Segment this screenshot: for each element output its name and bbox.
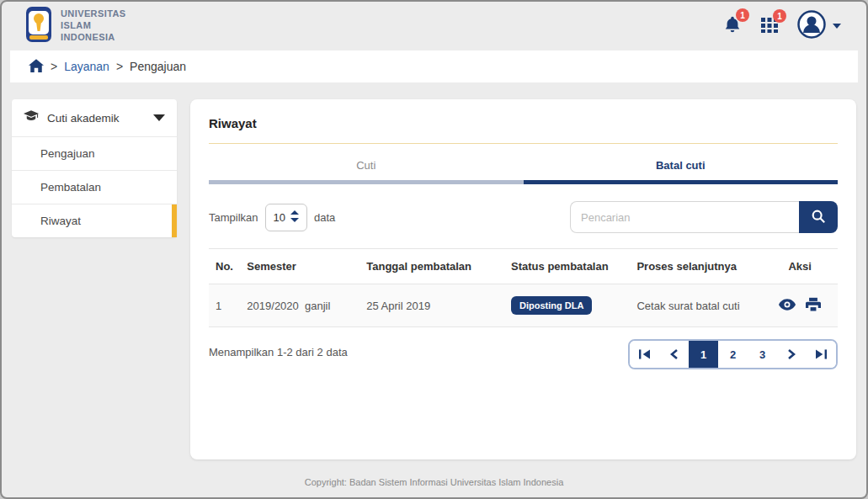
status-badge: Diposting DLA (511, 296, 592, 315)
table-controls: Tampilkan 10 data (209, 201, 838, 233)
cell-no: 1 (209, 284, 240, 327)
pager-next-button[interactable] (777, 341, 807, 368)
page-size-control: Tampilkan 10 data (209, 204, 335, 231)
cell-proses: Cetak surat batal cuti (630, 284, 762, 327)
col-header-proses: Proses selanjutnya (630, 249, 762, 284)
double-caret-icon (290, 210, 299, 225)
breadcrumb-link-layanan[interactable]: Layanan (64, 60, 109, 73)
brand-name: UNIVERSITAS ISLAM INDONESIA (61, 8, 126, 43)
sidebar-item-label: Pengajuan (40, 147, 95, 160)
pagination-row: Menampilkan 1-2 dari 2 data 1 2 3 (209, 339, 838, 369)
chevron-down-icon (833, 24, 841, 29)
sidebar-item-riwayat[interactable]: Riwayat (12, 204, 177, 237)
tab-batal-cuti[interactable]: Batal cuti (524, 147, 839, 184)
search-input[interactable] (570, 201, 799, 233)
title-divider (209, 143, 838, 144)
col-header-no: No. (209, 249, 240, 284)
apps-badge: 1 (773, 9, 786, 23)
uii-emblem-icon (25, 6, 52, 46)
pager-page-1[interactable]: 1 (689, 341, 718, 368)
page-size-value: 10 (274, 211, 285, 224)
header-actions: 1 1 (723, 10, 841, 42)
sidebar: Cuti akademik Pengajuan Pembatalan Riway… (12, 99, 177, 237)
table-header-row: No. Semester Tanggal pembatalan Status p… (209, 249, 838, 284)
sidebar-item-pengajuan[interactable]: Pengajuan (12, 136, 177, 170)
pager-page-2[interactable]: 2 (718, 341, 748, 368)
tab-cuti[interactable]: Cuti (209, 147, 524, 184)
show-prefix-label: Tampilkan (209, 211, 258, 224)
content-area: Cuti akademik Pengajuan Pembatalan Riway… (2, 82, 866, 459)
pagination: 1 2 3 (628, 339, 838, 369)
bell-badge: 1 (736, 8, 749, 22)
top-header: UNIVERSITAS ISLAM INDONESIA 1 (2, 2, 866, 50)
show-suffix-label: data (314, 211, 335, 224)
notifications-button[interactable]: 1 (723, 14, 742, 38)
table-row: 1 2019/2020 ganjil 25 April 2019 Diposti… (209, 284, 838, 327)
pagination-summary: Menampilkan 1-2 dari 2 data (209, 339, 348, 358)
pager-first-button[interactable] (630, 341, 659, 368)
chevron-down-icon (153, 114, 165, 121)
search-button[interactable] (799, 201, 838, 233)
page-size-select[interactable]: 10 (265, 204, 307, 231)
col-header-aksi: Aksi (762, 249, 838, 284)
tab-bar: Cuti Batal cuti (209, 147, 838, 184)
breadcrumb-separator: > (51, 60, 57, 73)
breadcrumb-current: Pengajuan (130, 60, 186, 73)
active-indicator (172, 204, 177, 237)
magnifier-icon (811, 209, 826, 226)
cell-semester: 2019/2020 ganjil (240, 284, 359, 327)
main-panel: Riwayat Cuti Batal cuti Tampilkan 10 (190, 99, 856, 459)
search-group (570, 201, 838, 233)
col-header-tanggal: Tanggal pembatalan (359, 249, 504, 284)
view-detail-button[interactable] (779, 299, 796, 313)
col-header-semester: Semester (240, 249, 359, 284)
cell-aksi (762, 284, 838, 327)
col-header-status: Status pembatalan (504, 249, 630, 284)
page-title: Riwayat (209, 116, 838, 130)
apps-button[interactable]: 1 (760, 15, 779, 37)
sidebar-item-label: Riwayat (40, 215, 81, 227)
home-icon[interactable] (29, 59, 44, 75)
app-window: UNIVERSITAS ISLAM INDONESIA 1 (0, 0, 868, 499)
graduation-cap-icon (24, 110, 39, 125)
riwayat-table: No. Semester Tanggal pembatalan Status p… (209, 248, 838, 327)
cell-tanggal: 25 April 2019 (359, 284, 504, 327)
copyright-footer: Copyright: Badan Sistem Informasi Univer… (2, 477, 866, 487)
brand: UNIVERSITAS ISLAM INDONESIA (25, 6, 126, 46)
breadcrumb-separator: > (116, 60, 123, 73)
printer-icon-button[interactable] (806, 297, 821, 315)
pager-last-button[interactable] (807, 341, 836, 368)
sidebar-item-label: Pembatalan (40, 181, 101, 194)
sidebar-group-cuti-akademik[interactable]: Cuti akademik (12, 99, 177, 136)
sidebar-item-pembatalan[interactable]: Pembatalan (12, 170, 177, 204)
sidebar-group-label: Cuti akademik (47, 112, 145, 125)
breadcrumb: > Layanan > Pengajuan (10, 50, 858, 82)
pager-page-3[interactable]: 3 (748, 341, 777, 368)
user-avatar-icon (797, 10, 826, 42)
account-menu-button[interactable] (797, 10, 841, 42)
cell-status: Diposting DLA (504, 284, 630, 327)
pager-prev-button[interactable] (659, 341, 689, 368)
